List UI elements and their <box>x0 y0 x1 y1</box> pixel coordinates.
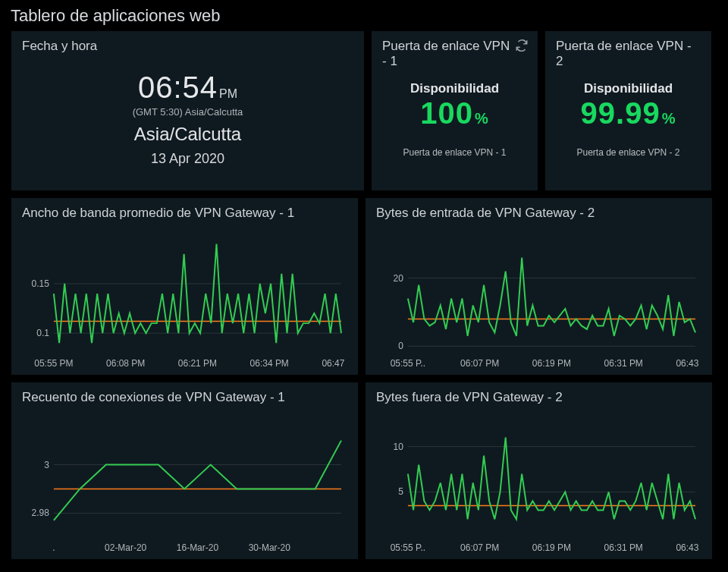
svg-text:06:47 PM: 06:47 PM <box>322 358 347 369</box>
kpi1-value-num: 100 <box>420 96 473 130</box>
svg-text:06:31 PM: 06:31 PM <box>604 542 643 553</box>
panel-chart-conn1: Recuento de conexiones de VPN Gateway - … <box>11 382 359 560</box>
svg-text:10: 10 <box>394 442 404 452</box>
row-3: Recuento de conexiones de VPN Gateway - … <box>11 382 717 560</box>
chart-outbytes2-body[interactable]: 51005:55 P..06:07 PM06:19 PM06:31 PM06:4… <box>366 408 712 559</box>
svg-text:0: 0 <box>398 341 403 351</box>
timezone-label: (GMT 5:30) Asia/Calcutta <box>11 106 364 118</box>
svg-text:06:34 PM: 06:34 PM <box>250 358 289 369</box>
svg-text:0.1: 0.1 <box>36 328 49 338</box>
panel-chart-inbytes2: Bytes de entrada de VPN Gateway - 2 0200… <box>365 197 713 376</box>
panel-kpi-vpn2: Puerta de enlace VPN - 2 Disponibilidad … <box>544 30 712 191</box>
row-1: Fecha y hora 06:54PM (GMT 5:30) Asia/Cal… <box>11 30 717 191</box>
kpi2-sublabel: Puerta de enlace VPN - 2 <box>545 147 711 158</box>
svg-text:05:55 P..: 05:55 P.. <box>391 542 425 553</box>
chart-inbytes2-body[interactable]: 02005:55 P..06:07 PM06:19 PM06:31 PM06:4… <box>366 224 712 375</box>
kpi1-sublabel: Puerta de enlace VPN - 1 <box>372 147 538 158</box>
svg-text:06:31 PM: 06:31 PM <box>604 358 643 369</box>
svg-text:06:19 PM: 06:19 PM <box>532 542 571 553</box>
chart-bw1-title: Ancho de banda promedio de VPN Gateway -… <box>11 198 358 224</box>
row-2: Ancho de banda promedio de VPN Gateway -… <box>11 197 717 376</box>
svg-text:5: 5 <box>398 486 403 497</box>
kpi2-metric-label: Disponibilidad <box>545 81 711 96</box>
svg-text:06:08 PM: 06:08 PM <box>106 358 145 369</box>
kpi2-value-num: 99.99 <box>581 96 661 130</box>
chart-conn1-body[interactable]: 2.983.02-Mar-2016-Mar-2030-Mar-20 <box>11 408 358 559</box>
svg-text:16-Mar-20: 16-Mar-20 <box>177 542 219 553</box>
date-label: 13 Apr 2020 <box>11 151 364 167</box>
time-display: 06:54PM <box>11 71 364 105</box>
time-value: 06:54 <box>138 71 218 104</box>
kpi1-metric-label: Disponibilidad <box>372 81 538 96</box>
datetime-block: 06:54PM (GMT 5:30) Asia/Calcutta Asia/Ca… <box>11 71 364 167</box>
svg-text:06:21 PM: 06:21 PM <box>178 358 217 369</box>
chart-bw1-body[interactable]: 0.10.1505:55 PM06:08 PM06:21 PM06:34 PM0… <box>11 224 358 375</box>
svg-text:06:43 PM: 06:43 PM <box>676 358 701 369</box>
kpi1-pct: % <box>475 110 489 127</box>
svg-text:05:55 P..: 05:55 P.. <box>391 358 425 369</box>
panel-kpi-vpn1: Puerta de enlace VPN - 1 Disponibilidad … <box>371 30 538 191</box>
panel-datetime: Fecha y hora 06:54PM (GMT 5:30) Asia/Cal… <box>11 30 365 191</box>
svg-text:05:55 PM: 05:55 PM <box>34 358 73 369</box>
panel-chart-bw1: Ancho de banda promedio de VPN Gateway -… <box>11 197 359 376</box>
panel-chart-outbytes2: Bytes fuera de VPN Gateway - 2 51005:55 … <box>365 382 713 560</box>
svg-text:0.15: 0.15 <box>32 278 50 289</box>
svg-text:06:07 PM: 06:07 PM <box>460 542 499 553</box>
svg-text:20: 20 <box>394 273 404 284</box>
kpi2-pct: % <box>662 110 676 127</box>
svg-text:.: . <box>52 542 55 553</box>
svg-text:30-Mar-20: 30-Mar-20 <box>249 542 291 553</box>
svg-text:06:43 PM: 06:43 PM <box>676 542 701 553</box>
svg-text:02-Mar-20: 02-Mar-20 <box>105 542 147 553</box>
panel-kpi2-title: Puerta de enlace VPN - 2 <box>545 31 711 72</box>
panel-datetime-title: Fecha y hora <box>11 31 364 57</box>
kpi1-value: 100% <box>372 96 538 130</box>
city-label: Asia/Calcutta <box>11 124 364 145</box>
kpi2-value: 99.99% <box>545 96 711 130</box>
panel-kpi1-title: Puerta de enlace VPN - 1 <box>372 31 538 72</box>
svg-text:06:07 PM: 06:07 PM <box>460 358 499 369</box>
chart-conn1-title: Recuento de conexiones de VPN Gateway - … <box>11 382 358 408</box>
chart-outbytes2-title: Bytes fuera de VPN Gateway - 2 <box>366 382 712 408</box>
svg-text:06:19 PM: 06:19 PM <box>532 358 571 369</box>
svg-text:3: 3 <box>44 460 49 470</box>
svg-text:2.98: 2.98 <box>32 508 50 518</box>
dashboard-title: Tablero de aplicaciones web <box>11 6 717 26</box>
refresh-icon[interactable] <box>515 39 529 55</box>
time-ampm: PM <box>219 87 237 100</box>
chart-inbytes2-title: Bytes de entrada de VPN Gateway - 2 <box>366 198 712 224</box>
